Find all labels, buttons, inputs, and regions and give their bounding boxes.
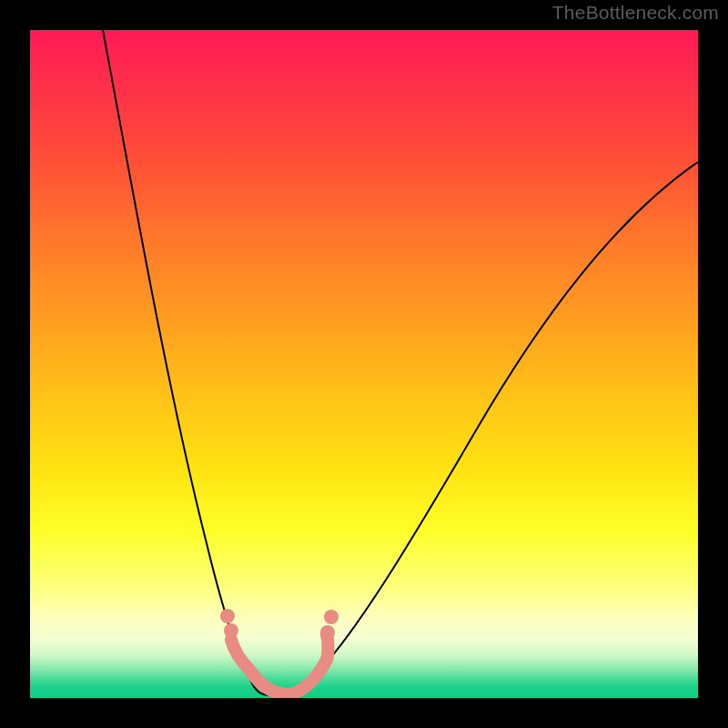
watermark-text: TheBottleneck.com — [552, 2, 719, 24]
chart-frame: TheBottleneck.com — [0, 0, 728, 728]
salmon-dot-left-upper — [220, 609, 235, 623]
salmon-dot-right-upper — [324, 610, 339, 624]
salmon-overlay — [231, 634, 329, 694]
salmon-dot-left-lower — [224, 623, 238, 638]
left-curve — [103, 30, 268, 695]
curves-layer — [30, 30, 698, 698]
plot-area — [30, 30, 698, 698]
salmon-dot-right-lower — [320, 625, 335, 640]
